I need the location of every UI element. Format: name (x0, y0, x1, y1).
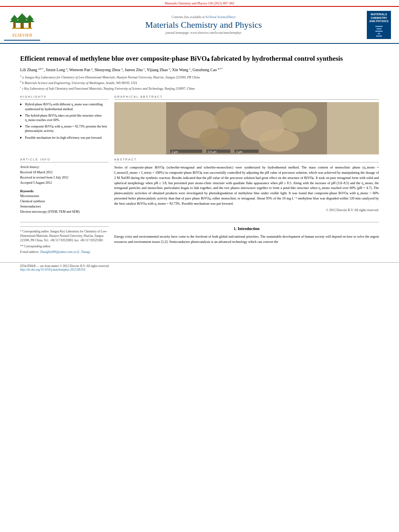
journal-cover-block: MATERIALSCHEMISTRYAND PHYSICS ■■■■■■■■■■… (367, 11, 395, 39)
email-note: E-mail address: Zhanglily800@yahoo.com.c… (20, 250, 109, 254)
corresponding-author2-note: ** Corresponding author. (20, 244, 109, 249)
affiliation-a: a a Jiangsu Key Laboratory for Chemistry… (20, 74, 379, 80)
elsevier-logo-block: ELSEVIER (4, 9, 40, 41)
keywords-section: Keywords: Microstructure Chemical synthe… (20, 189, 109, 215)
svg-text:0.5 μm: 0.5 μm (208, 150, 217, 154)
svg-text:2 μm: 2 μm (172, 150, 178, 154)
highlight-item-2: The hybrid-phase BiVO₄ takes on petal-li… (20, 113, 109, 122)
article-history: Article history: Received 18 March 2012 … (20, 165, 109, 185)
journal-header: ELSEVIER Contents lists available at Sci… (0, 7, 399, 44)
copyright-notice: © 2012 Elsevier B.V. All rights reserved… (114, 208, 379, 212)
svg-rect-6 (13, 22, 16, 28)
highlights-list: Hybrid-phase BiVO₄ with different η_mono… (20, 102, 109, 140)
highlight-item-1: Hybrid-phase BiVO₄ with different η_mono… (20, 102, 109, 111)
svg-text:2 μm: 2 μm (236, 150, 243, 154)
received-date: Received 18 March 2012 (20, 170, 109, 175)
graphical-abstract-svg: 2 μm 0.5 μm 2 μm (114, 102, 379, 154)
journal-reference-bar: Materials Chemistry and Physics 136 (201… (0, 0, 399, 7)
introduction-text: Energy crisis and environmental security… (114, 234, 379, 244)
sciverse-line: Contents lists available at SciVerse Sci… (44, 15, 363, 19)
journal-title-block: Contents lists available at SciVerse Sci… (44, 15, 363, 35)
bottom-metadata: 0254-0584/$ — see front matter © 2012 El… (0, 262, 399, 273)
affiliation-c: c c Key Laboratory of Soft Chemistry and… (20, 86, 379, 91)
bottom-section: * Corresponding author. Jiangsu Key Labo… (20, 226, 379, 254)
keywords-list: Microstructure Chemical synthesis Semico… (20, 194, 109, 214)
issn-line: 0254-0584/$ — see front matter © 2012 El… (20, 264, 379, 268)
footnotes-column: * Corresponding author. Jiangsu Key Labo… (20, 226, 109, 254)
corresponding-author-note: * Corresponding author. Jiangsu Key Labo… (20, 229, 109, 243)
revised-date: Received in revised form 5 July 2012 (20, 175, 109, 181)
journal-homepage: journal homepage: www.elsevier.com/locat… (44, 31, 363, 35)
article-history-label: Article history: (20, 165, 109, 170)
highlights-abstract-section: HIGHLIGHTS Hybrid-phase BiVO₄ with diffe… (20, 95, 379, 154)
graphical-abstract-image: 2 μm 0.5 μm 2 μm (114, 102, 379, 154)
svg-rect-1 (21, 23, 24, 29)
journal-reference-text: Materials Chemistry and Physics 136 (201… (165, 2, 234, 5)
svg-rect-9 (29, 22, 31, 28)
sciverse-link[interactable]: SciVerse ScienceDirect (206, 15, 236, 19)
mcp-cover-image: MATERIALSCHEMISTRYAND PHYSICS ■■■■■■■■■■… (367, 11, 391, 39)
affiliation-b: b b Materials Science and Engineering, U… (20, 80, 379, 86)
info-abstract-section: ARTICLE INFO Article history: Received 1… (20, 158, 379, 218)
affiliations-block: a a Jiangsu Key Laboratory for Chemistry… (20, 74, 379, 91)
authors-line: Lili Zhang a,b,*, Jinxin Long a, Wenwen … (20, 67, 379, 72)
abstract-header: ABSTRACT (114, 158, 379, 162)
email-link[interactable]: Zhanglily800@yahoo.com.cn (L. Zhang). (40, 250, 91, 254)
accepted-date: Accepted 5 August 2012 (20, 181, 109, 186)
abstract-column: ABSTRACT Series of composite-phase BiVO₄… (114, 158, 379, 218)
article-title: Efficient removal of methylene blue over… (20, 54, 379, 63)
article-info-column: ARTICLE INFO Article history: Received 1… (20, 158, 109, 218)
highlight-item-4: Possible mechanism for its high efficien… (20, 136, 109, 140)
highlights-column: HIGHLIGHTS Hybrid-phase BiVO₄ with diffe… (20, 95, 109, 154)
footnotes-block: * Corresponding author. Jiangsu Key Labo… (20, 226, 109, 254)
svg-point-15 (199, 128, 230, 148)
main-content: Efficient removal of methylene blue over… (0, 44, 399, 258)
svg-point-14 (281, 108, 317, 132)
abstract-text: Series of composite-phase BiVO₄ (scheeli… (114, 165, 379, 206)
elsevier-label: ELSEVIER (12, 33, 32, 37)
svg-point-16 (259, 129, 299, 152)
graphical-abstract-column: GRAPHICAL ABSTRACT 2 μm 0.5 μm (114, 95, 379, 154)
article-info-block: Article history: Received 18 March 2012 … (20, 165, 109, 214)
section-divider (20, 222, 379, 222)
article-info-header: ARTICLE INFO (20, 158, 109, 162)
keywords-label: Keywords: (20, 189, 109, 194)
introduction-title: 1. Introduction (114, 226, 379, 231)
elsevier-tree-icon (8, 12, 36, 32)
highlights-header: HIGHLIGHTS (20, 95, 109, 100)
doi-link[interactable]: http://dx.doi.org/10.1016/j.matchemphys.… (20, 268, 85, 271)
journal-title: Materials Chemistry and Physics (44, 20, 363, 30)
introduction-column: 1. Introduction Energy crisis and enviro… (114, 226, 379, 254)
highlight-item-3: The composite BiVO₄ with η_mono = 92.73%… (20, 124, 109, 133)
graphical-abstract-header: GRAPHICAL ABSTRACT (114, 95, 379, 100)
